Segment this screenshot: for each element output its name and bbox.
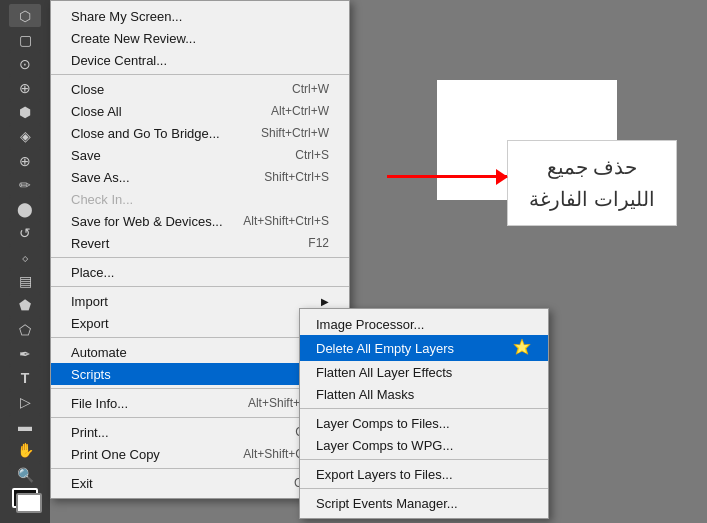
tool-pen[interactable]: ✒ [9,342,41,365]
scripts-menu-delete-empty[interactable]: Delete All Empty Layers [300,335,548,361]
scripts-sep-3 [300,488,548,489]
scripts-menu-script-events[interactable]: Script Events Manager... [300,492,548,514]
scripts-menu-layer-comps-wpg[interactable]: Layer Comps to WPG... [300,434,548,456]
tool-healing[interactable]: ⊕ [9,149,41,172]
tool-gradient[interactable]: ▤ [9,270,41,293]
scripts-sep-1 [300,408,548,409]
scripts-menu-export-layers[interactable]: Export Layers to Files... [300,463,548,485]
tool-brush[interactable]: ✏ [9,173,41,196]
scripts-sep-2 [300,459,548,460]
tool-quick-select[interactable]: ⊕ [9,76,41,99]
tool-eraser[interactable]: ⬦ [9,246,41,269]
menu-item-share-screen[interactable]: Share My Screen... [51,5,349,27]
menu-item-place[interactable]: Place... [51,261,349,283]
tool-crop[interactable]: ⬢ [9,101,41,124]
menu-item-close-bridge[interactable]: Close and Go To Bridge... Shift+Ctrl+W [51,122,349,144]
scripts-menu-flatten-effects[interactable]: Flatten All Layer Effects [300,361,548,383]
tool-bg-color[interactable] [16,493,42,513]
tool-dodge[interactable]: ⬠ [9,318,41,341]
scripts-menu-image-processor[interactable]: Image Processor... [300,313,548,335]
scripts-menu-layer-comps-files[interactable]: Layer Comps to Files... [300,412,548,434]
arabic-tooltip-box: حذف جميع الليرات الفارغة [507,140,677,226]
menu-item-close[interactable]: Close Ctrl+W [51,78,349,100]
tool-clone[interactable]: ⬤ [9,197,41,220]
separator-1 [51,74,349,75]
menu-item-revert[interactable]: Revert F12 [51,232,349,254]
menu-item-close-all[interactable]: Close All Alt+Ctrl+W [51,100,349,122]
tool-move[interactable]: ⬡ [9,4,41,27]
tool-blur[interactable]: ⬟ [9,294,41,317]
menu-item-device-central[interactable]: Device Central... [51,49,349,71]
menu-item-check-in: Check In... [51,188,349,210]
tool-lasso[interactable]: ⊙ [9,52,41,75]
tool-hand[interactable]: ✋ [9,439,41,462]
menu-item-save[interactable]: Save Ctrl+S [51,144,349,166]
toolbar: ⬡ ▢ ⊙ ⊕ ⬢ ◈ ⊕ ✏ ⬤ ↺ ⬦ ▤ ⬟ ⬠ ✒ T ▷ ▬ ✋ 🔍 [0,0,50,523]
tool-path-select[interactable]: ▷ [9,391,41,414]
red-arrow [387,175,507,178]
arabic-line2: الليرات الفارغة [523,183,661,215]
tool-type[interactable]: T [9,366,41,389]
tool-shape[interactable]: ▬ [9,415,41,438]
tool-marquee[interactable]: ▢ [9,28,41,51]
starburst-icon [512,338,532,358]
scripts-menu-flatten-masks[interactable]: Flatten All Masks [300,383,548,405]
menu-item-create-review[interactable]: Create New Review... [51,27,349,49]
separator-2 [51,257,349,258]
tool-history[interactable]: ↺ [9,221,41,244]
menu-item-save-as[interactable]: Save As... Shift+Ctrl+S [51,166,349,188]
arabic-line1: حذف جميع [523,151,661,183]
tool-zoom[interactable]: 🔍 [9,463,41,486]
scripts-submenu: Image Processor... Delete All Empty Laye… [299,308,549,519]
separator-3 [51,286,349,287]
menu-item-save-web[interactable]: Save for Web & Devices... Alt+Shift+Ctrl… [51,210,349,232]
tool-eyedropper[interactable]: ◈ [9,125,41,148]
